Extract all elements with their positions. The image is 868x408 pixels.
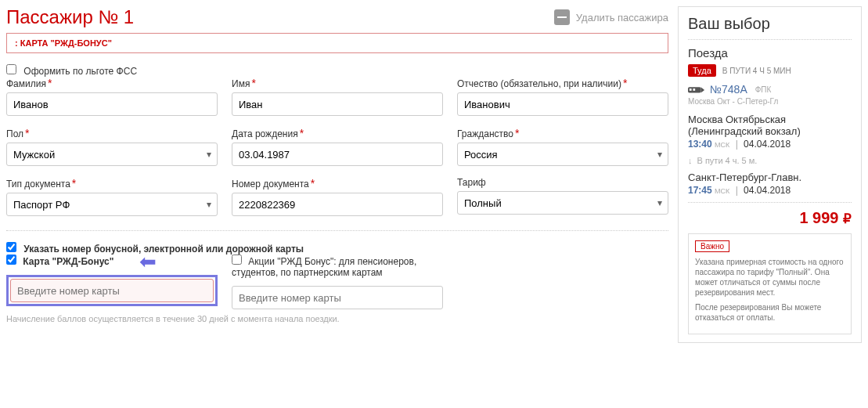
rzd-bonus-row[interactable]: Карта "РЖД-Бонус" (6, 255, 218, 267)
docnum-label: Номер документа* (232, 177, 443, 190)
tariff-select[interactable]: Полный (457, 191, 668, 215)
gender-label: Пол* (6, 127, 218, 139)
name-input[interactable] (232, 92, 443, 116)
surname-label: Фамилия* (6, 77, 218, 89)
travel-time-top: В ПУТИ 4 ч 5 МИН (722, 67, 791, 75)
svg-rect-1 (690, 88, 692, 91)
name-label: Имя* (232, 77, 443, 89)
arrow-down-icon: ↓ (688, 156, 693, 165)
fss-label: Оформить по льготе ФСС (23, 66, 137, 77)
route-short: Москва Окт - С-Петер-Гл (688, 97, 852, 106)
dob-label: Дата рождения* (232, 127, 443, 139)
departure-time-row: 13:40 МСК | 04.04.2018 (688, 139, 852, 150)
choice-title: Ваш выбор (688, 15, 852, 33)
direction-badge: Туда (688, 64, 716, 77)
patronymic-input[interactable] (457, 92, 668, 116)
info-text-2: После резервирования Вы можете отказатьс… (695, 302, 845, 323)
delete-passenger-button[interactable]: Удалить пассажира (554, 9, 668, 25)
delete-passenger-label: Удалить пассажира (576, 12, 668, 23)
info-text-1: Указана примерная стоимость на одного па… (695, 257, 845, 298)
pension-bonus-label: Акции "РЖД Бонус": для пенсионеров, студ… (232, 256, 416, 278)
important-badge: Важно (695, 240, 729, 252)
specify-bonus-label: Указать номер бонусной, электронной или … (23, 244, 304, 255)
info-box: Важно Указана примерная стоимость на одн… (688, 233, 852, 334)
citizenship-select[interactable]: Россия (457, 143, 668, 166)
pension-bonus-card-input[interactable] (232, 286, 443, 309)
specify-bonus-checkbox[interactable] (6, 242, 16, 252)
travel-duration-row: ↓ В пути 4 ч. 5 м. (688, 156, 852, 165)
fss-checkbox[interactable] (6, 64, 16, 74)
bonus-note: Начисление баллов осуществляется в течен… (6, 314, 668, 323)
choice-trains-heading: Поезда (688, 46, 852, 60)
arrival-station: Санкт-Петербург-Главн. (688, 172, 852, 183)
doctype-label: Тип документа* (6, 177, 218, 190)
departure-station: Москва Октябрьская (Ленинградский вокзал… (688, 114, 852, 137)
gender-select[interactable]: Мужской (6, 143, 218, 166)
passenger-title: Пассажир № 1 (6, 6, 134, 28)
docnum-input[interactable] (232, 193, 443, 216)
dob-input[interactable] (232, 143, 443, 166)
price: 1 999 ₽ (688, 209, 852, 227)
divider (6, 230, 668, 231)
pension-bonus-checkbox[interactable] (232, 255, 242, 265)
pension-bonus-row[interactable]: Акции "РЖД Бонус": для пенсионеров, студ… (232, 255, 443, 278)
train-type: ФПК (755, 85, 772, 94)
fss-checkbox-row[interactable]: Оформить по льготе ФСС (6, 66, 137, 77)
rzd-bonus-card-input[interactable] (10, 279, 214, 302)
rzd-bonus-checkbox[interactable] (6, 255, 16, 265)
tariff-label: Тариф (457, 177, 668, 188)
train-icon (688, 84, 705, 95)
arrival-time-row: 17:45 МСК | 04.04.2018 (688, 185, 852, 196)
citizenship-label: Гражданство* (457, 127, 668, 139)
rzd-bonus-label: Карта "РЖД-Бонус" (23, 256, 113, 267)
bonus-banner: : КАРТА "РЖД-БОНУС" (6, 33, 668, 53)
minus-icon (554, 9, 570, 25)
patronymic-label: Отчество (обязательно, при наличии)* (457, 77, 668, 89)
svg-rect-2 (693, 88, 695, 91)
train-number-link[interactable]: №748А (710, 83, 747, 96)
surname-input[interactable] (6, 92, 218, 116)
doctype-select[interactable]: Паспорт РФ (6, 193, 218, 216)
arrow-annotation-icon: ⬅ (139, 250, 157, 274)
